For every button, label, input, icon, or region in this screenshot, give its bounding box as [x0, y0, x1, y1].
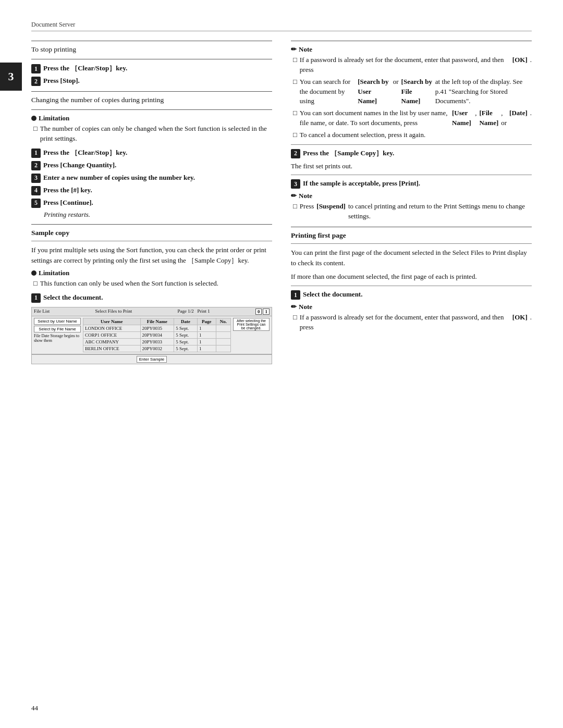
printing-first-step1: 1 Select the document.	[291, 290, 532, 300]
rule-top-left	[31, 41, 272, 41]
btn-select-file[interactable]: Select by File Name	[34, 326, 81, 332]
limitation-block-1: Limitation The number of copies can only…	[31, 114, 272, 144]
col-no: No.	[216, 318, 230, 325]
document-table: File List Select Files to Print Page 1/2…	[31, 307, 272, 364]
chapter-tab: 3	[0, 63, 22, 91]
sample-step1: 1 Select the document.	[31, 293, 272, 303]
btn-enter-sample[interactable]: Enter Sample	[137, 356, 167, 363]
table-footer: Enter Sample	[32, 354, 272, 364]
table-row[interactable]: BERLIN OFFICE 20PY0032 5 Sept. 1	[83, 345, 231, 352]
limitation-list-2: This function can only be used when the …	[33, 279, 272, 289]
note-block-2: ✏ Note Press [Suspend] to cancel printin…	[291, 192, 532, 221]
note-item-2-1: Press [Suspend] to cancel printing and r…	[293, 202, 532, 221]
note-item-3-1: If a password is already set for the doc…	[293, 313, 532, 332]
btn-select-user[interactable]: Select by User Name	[34, 318, 81, 325]
right-side-controls: After selecting the Print Settings can b…	[233, 318, 270, 352]
cell-page: 1	[197, 345, 216, 352]
limitation-item-2: This function can only be used when the …	[33, 279, 272, 289]
page-number: 44	[31, 704, 38, 712]
change-step5: 5 Press [Continue].	[31, 198, 272, 208]
right-step3: 3 If the sample is acceptable, press [Pr…	[291, 179, 532, 189]
change-step2: 2 Press [Change Quantity].	[31, 161, 272, 170]
btn-select-all[interactable]: After selecting the Print Settings can b…	[233, 318, 270, 331]
note-block-1: ✏ Note If a password is already set for …	[291, 45, 532, 140]
right-step2-text: Press the ［Sample Copy］key.	[303, 149, 394, 158]
limitation-list-1: The number of copies can only be changed…	[33, 124, 272, 144]
change-step5-text: Press [Continue].	[43, 198, 93, 208]
rule-between	[31, 91, 272, 92]
change-step3-num: 3	[31, 174, 41, 183]
sample-copy-heading: Sample copy	[31, 229, 272, 237]
printing-first-step1-text: Select the document.	[303, 290, 362, 300]
change-step3: 3 Enter a new number of copies using the…	[31, 173, 272, 183]
chapter-number: 3	[8, 70, 14, 83]
files-table: User Name File Name Date Page No. LONDON…	[83, 318, 231, 352]
note-icon-3: ✏	[291, 303, 297, 311]
rule-after-printing-first	[291, 243, 532, 244]
rule-sample	[31, 224, 272, 225]
sample-step1-text: Select the document.	[43, 293, 103, 303]
note-title-1: ✏ Note	[291, 45, 532, 54]
limitation-bullet-1	[31, 116, 36, 121]
note-item-1-3: You can sort document names in the list …	[293, 108, 532, 128]
note-item-1-1: If a password is already set for the doc…	[293, 55, 532, 75]
change-step1-num: 1	[31, 149, 41, 158]
cell-date: 5 Sept.	[174, 331, 198, 338]
file-date-label: File Date Storage begins to show them	[34, 334, 81, 343]
col-page: Page	[197, 318, 216, 325]
table-select-label: Select Files to Print	[95, 309, 132, 315]
col-user: User Name	[83, 318, 141, 325]
rule-after-sample-heading	[31, 241, 272, 241]
change-step1: 1 Press the ［Clear/Stop］key.	[31, 148, 272, 158]
limitation-item-1: The number of copies can only be changed…	[33, 124, 272, 144]
limitation-title-2: Limitation	[31, 269, 272, 277]
section-change-heading: Changing the number of copies during pri…	[31, 96, 272, 104]
cell-user: CORP1 OFFICE	[83, 331, 141, 338]
left-column: To stop printing 1 Press the ［Clear/Stop…	[31, 35, 272, 368]
cell-no	[216, 325, 230, 331]
cell-page: 1	[197, 325, 216, 331]
col-file: File Name	[140, 318, 174, 325]
page-header: Document Server	[31, 21, 532, 31]
table-data-area: User Name File Name Date Page No. LONDON…	[83, 318, 231, 352]
table-controls: Select by User Name Select by File Name …	[32, 316, 272, 354]
page: Document Server 3 To stop printing 1 Pre…	[0, 0, 563, 728]
change-step4-num: 4	[31, 186, 41, 195]
stop-step1-text: Press the ［Clear/Stop］key.	[43, 64, 127, 73]
content-columns: To stop printing 1 Press the ［Clear/Stop…	[31, 35, 532, 368]
sample-step1-num: 1	[31, 293, 41, 303]
note-item-1-2: You can search for the document by using…	[293, 77, 532, 107]
right-step2: 2 Press the ［Sample Copy］key.	[291, 149, 532, 158]
printing-restarts-text: Printing restarts.	[44, 211, 272, 219]
cell-user: LONDON OFFICE	[83, 325, 141, 331]
cell-file: 20PY0034	[140, 331, 174, 338]
stop-step2-num: 2	[31, 77, 41, 86]
printing-first-heading: Printing first page	[291, 231, 532, 240]
stop-step1: 1 Press the ［Clear/Stop］key.	[31, 64, 272, 73]
table-row[interactable]: LONDON OFFICE 20PY0035 5 Sept. 1	[83, 325, 231, 331]
cell-user: BERLIN OFFICE	[83, 345, 141, 352]
table-file-list-label: File List	[34, 309, 50, 315]
note-icon-1: ✏	[291, 45, 297, 54]
table-row[interactable]: CORP1 OFFICE 20PY0034 5 Sept. 1	[83, 331, 231, 338]
limitation-block-2: Limitation This function can only be use…	[31, 269, 272, 289]
note-list-1: If a password is already set for the doc…	[293, 55, 532, 140]
note-title-3: ✏ Note	[291, 303, 532, 311]
rule-top-right	[291, 41, 532, 41]
cell-no	[216, 331, 230, 338]
cell-no	[216, 338, 230, 345]
cell-page: 1	[197, 331, 216, 338]
rule-change	[31, 109, 272, 110]
note-item-1-4: To cancel a document selection, press it…	[293, 130, 532, 140]
table-row[interactable]: ABC COMPANY 20PY0033 5 Sept. 1	[83, 338, 231, 345]
cell-page: 1	[197, 338, 216, 345]
rule-right-1	[291, 144, 532, 145]
cell-date: 5 Sept.	[174, 338, 198, 345]
table-header-top: File List Select Files to Print Page 1/2…	[32, 307, 272, 316]
note-icon-2: ✏	[291, 192, 297, 200]
cell-date: 5 Sept.	[174, 325, 198, 331]
limitation-title-1: Limitation	[31, 114, 272, 122]
note-list-3: If a password is already set for the doc…	[293, 313, 532, 332]
rule-right-2	[291, 175, 532, 175]
cell-file: 20PY0032	[140, 345, 174, 352]
